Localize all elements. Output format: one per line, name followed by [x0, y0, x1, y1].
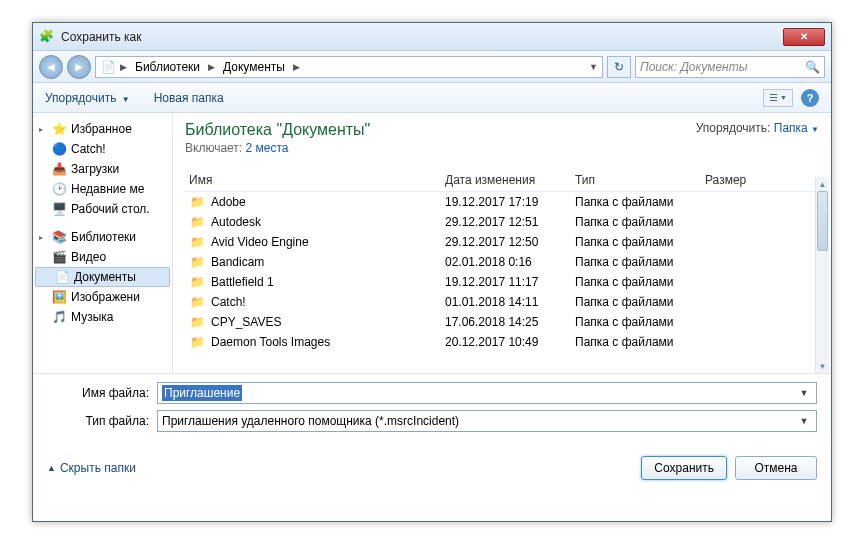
table-row[interactable]: 📁Daemon Tools Images20.12.2017 10:49Папк…: [185, 332, 819, 350]
library-includes: Включает: 2 места: [185, 141, 696, 155]
file-type: Папка с файлами: [575, 195, 705, 209]
folder-icon: 📁: [189, 194, 205, 210]
back-button[interactable]: ◄: [39, 55, 63, 79]
chevron-up-icon: ▲: [47, 463, 56, 473]
titlebar[interactable]: 🧩 Сохранить как ✕: [33, 23, 831, 51]
organize-menu[interactable]: Упорядочить ▼: [45, 91, 130, 105]
help-button[interactable]: ?: [801, 89, 819, 107]
file-name: Avid Video Engine: [211, 235, 309, 249]
close-button[interactable]: ✕: [783, 28, 825, 46]
breadcrumb[interactable]: Библиотеки: [131, 60, 204, 74]
scroll-down-icon[interactable]: ▼: [816, 359, 829, 373]
includes-link[interactable]: 2 места: [246, 141, 289, 155]
sidebar-item-pictures[interactable]: 🖼️Изображени: [33, 287, 172, 307]
address-bar[interactable]: 📄 ▶ Библиотеки ▶ Документы ▶ ▼: [95, 56, 603, 78]
sidebar-item-music[interactable]: 🎵Музыка: [33, 307, 172, 327]
file-type: Папка с файлами: [575, 275, 705, 289]
file-type: Папка с файлами: [575, 215, 705, 229]
music-icon: 🎵: [51, 309, 67, 325]
column-headers[interactable]: Имя Дата изменения Тип Размер: [185, 169, 819, 192]
star-icon: ⭐: [51, 121, 67, 137]
file-name: Bandicam: [211, 255, 264, 269]
sidebar-libraries[interactable]: ▸ 📚 Библиотеки: [33, 227, 172, 247]
sidebar-item-desktop[interactable]: 🖥️Рабочий стол.: [33, 199, 172, 219]
toolbar: Упорядочить ▼ Новая папка ☰ ▼ ?: [33, 83, 831, 113]
file-date: 29.12.2017 12:50: [445, 235, 575, 249]
file-date: 02.01.2018 0:16: [445, 255, 575, 269]
file-rows: 📁Adobe19.12.2017 17:19Папка с файлами📁Au…: [185, 192, 819, 350]
col-date[interactable]: Дата изменения: [445, 173, 575, 187]
chevron-down-icon[interactable]: ▼: [796, 388, 812, 398]
file-type: Папка с файлами: [575, 295, 705, 309]
collapse-icon: ▸: [39, 125, 47, 134]
col-size[interactable]: Размер: [705, 173, 785, 187]
table-row[interactable]: 📁Catch!01.01.2018 14:11Папка с файлами: [185, 292, 819, 312]
table-row[interactable]: 📁Bandicam02.01.2018 0:16Папка с файлами: [185, 252, 819, 272]
refresh-button[interactable]: ↻: [607, 56, 631, 78]
scrollbar[interactable]: ▲ ▼: [815, 177, 829, 373]
sidebar-favorites[interactable]: ▸ ⭐ Избранное: [33, 119, 172, 139]
chevron-down-icon[interactable]: ▼: [796, 416, 812, 426]
footer: ▲ Скрыть папки Сохранить Отмена: [33, 446, 831, 480]
arrange-by[interactable]: Упорядочить: Папка ▼: [696, 121, 819, 155]
folder-icon: 📁: [189, 314, 205, 330]
sidebar-item-catch[interactable]: 🔵Catch!: [33, 139, 172, 159]
cancel-button[interactable]: Отмена: [735, 456, 817, 480]
catch-icon: 🔵: [51, 141, 67, 157]
table-row[interactable]: 📁Avid Video Engine29.12.2017 12:50Папка …: [185, 232, 819, 252]
filename-pane: Имя файла: Приглашение ▼ Тип файла: Приг…: [33, 373, 831, 446]
navbar: ◄ ► 📄 ▶ Библиотеки ▶ Документы ▶ ▼ ↻ Пои…: [33, 51, 831, 83]
save-button[interactable]: Сохранить: [641, 456, 727, 480]
documents-icon: 📄: [100, 59, 116, 75]
file-date: 01.01.2018 14:11: [445, 295, 575, 309]
filename-value: Приглашение: [162, 385, 242, 401]
forward-button[interactable]: ►: [67, 55, 91, 79]
filetype-select[interactable]: Приглашения удаленного помощника (*.msrc…: [157, 410, 817, 432]
save-dialog: 🧩 Сохранить как ✕ ◄ ► 📄 ▶ Библиотеки ▶ Д…: [32, 22, 832, 522]
sidebar-item-video[interactable]: 🎬Видео: [33, 247, 172, 267]
file-name: Adobe: [211, 195, 246, 209]
chevron-down-icon[interactable]: ▼: [589, 62, 598, 72]
table-row[interactable]: 📁Battlefield 119.12.2017 11:17Папка с фа…: [185, 272, 819, 292]
table-row[interactable]: 📁CPY_SAVES17.06.2018 14:25Папка с файлам…: [185, 312, 819, 332]
chevron-right-icon: ▶: [118, 62, 129, 72]
new-folder-button[interactable]: Новая папка: [154, 91, 224, 105]
file-date: 19.12.2017 11:17: [445, 275, 575, 289]
scroll-up-icon[interactable]: ▲: [816, 177, 829, 191]
folder-icon: 📁: [189, 274, 205, 290]
documents-icon: 📄: [54, 269, 70, 285]
sidebar: ▸ ⭐ Избранное 🔵Catch! 📥Загрузки 🕑Недавни…: [33, 113, 173, 373]
file-type: Папка с файлами: [575, 315, 705, 329]
sidebar-item-documents[interactable]: 📄Документы: [35, 267, 170, 287]
chevron-right-icon: ▶: [291, 62, 302, 72]
downloads-icon: 📥: [51, 161, 67, 177]
col-type[interactable]: Тип: [575, 173, 705, 187]
folder-icon: 📁: [189, 334, 205, 350]
filename-input[interactable]: Приглашение ▼: [157, 382, 817, 404]
hide-folders-toggle[interactable]: ▲ Скрыть папки: [47, 461, 136, 475]
sidebar-item-downloads[interactable]: 📥Загрузки: [33, 159, 172, 179]
filetype-value: Приглашения удаленного помощника (*.msrc…: [162, 414, 796, 428]
library-title: Библиотека "Документы": [185, 121, 696, 139]
breadcrumb[interactable]: Документы: [219, 60, 289, 74]
search-input[interactable]: Поиск: Документы 🔍: [635, 56, 825, 78]
collapse-icon: ▸: [39, 233, 47, 242]
file-date: 17.06.2018 14:25: [445, 315, 575, 329]
search-icon: 🔍: [805, 60, 820, 74]
filename-label: Имя файла:: [47, 386, 157, 400]
file-type: Папка с файлами: [575, 235, 705, 249]
desktop-icon: 🖥️: [51, 201, 67, 217]
chevron-down-icon: ▼: [811, 125, 819, 134]
file-list-pane: Библиотека "Документы" Включает: 2 места…: [173, 113, 831, 373]
sidebar-item-recent[interactable]: 🕑Недавние ме: [33, 179, 172, 199]
file-type: Папка с файлами: [575, 335, 705, 349]
table-row[interactable]: 📁Adobe19.12.2017 17:19Папка с файлами: [185, 192, 819, 212]
folder-icon: 📁: [189, 294, 205, 310]
file-type: Папка с файлами: [575, 255, 705, 269]
table-row[interactable]: 📁Autodesk29.12.2017 12:51Папка с файлами: [185, 212, 819, 232]
view-mode-button[interactable]: ☰ ▼: [763, 89, 793, 107]
file-date: 20.12.2017 10:49: [445, 335, 575, 349]
scroll-thumb[interactable]: [817, 191, 828, 251]
file-name: CPY_SAVES: [211, 315, 281, 329]
col-name[interactable]: Имя: [185, 173, 445, 187]
